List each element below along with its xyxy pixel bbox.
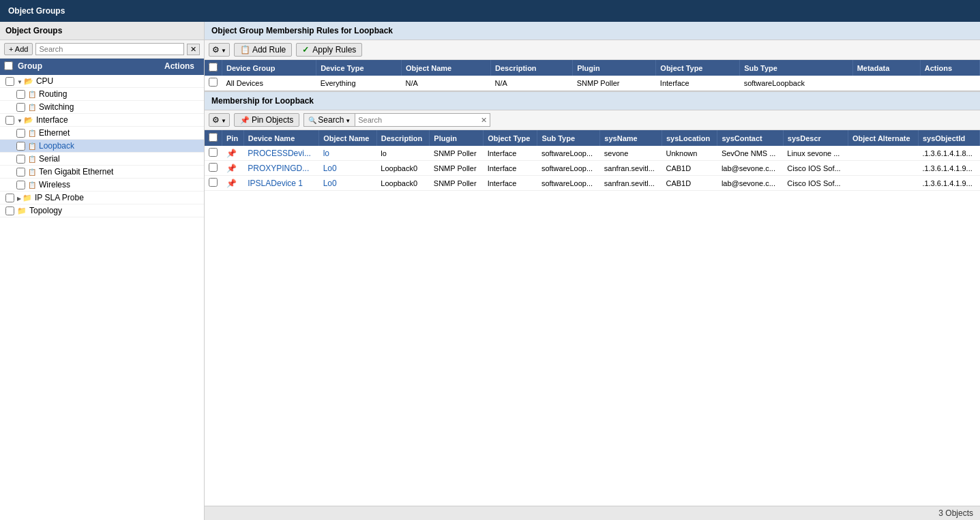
- brow-checkbox[interactable]: [209, 163, 218, 172]
- search-dropdown-arrow: [345, 115, 351, 125]
- folder-icon-topology: [17, 206, 27, 215]
- tree-check-loopback[interactable]: [16, 142, 25, 151]
- brow-sys-location: Unknown: [662, 146, 717, 161]
- top-select-all[interactable]: [209, 63, 218, 72]
- th-device-group: Device Group: [222, 60, 316, 76]
- brow-check[interactable]: [205, 176, 222, 191]
- brow-checkbox[interactable]: [209, 178, 218, 187]
- brow-sys-contact: lab@sevone.c...: [717, 161, 783, 176]
- bottom-table-row[interactable]: 📌 PROXYPINGD... Lo0 Loopback0 SNMP Polle…: [205, 161, 980, 176]
- brow-check[interactable]: [205, 161, 222, 176]
- tree-check-cpu[interactable]: [5, 77, 14, 86]
- brow-object-alternate: [848, 176, 919, 191]
- tree-check-switching[interactable]: [16, 103, 25, 112]
- brow-check[interactable]: [205, 146, 222, 161]
- tree-row-tengig[interactable]: Ten Gigabit Ethernet: [0, 166, 204, 179]
- bottom-select-all[interactable]: [209, 133, 218, 142]
- brow-sys-name: sanfran.sevitl...: [600, 176, 662, 191]
- object-icon-routing: [28, 89, 36, 99]
- add-rule-button[interactable]: 📋 Add Rule: [234, 43, 292, 57]
- brow-device-name[interactable]: PROCESSDevi...: [243, 146, 318, 161]
- brow-checkbox[interactable]: [209, 148, 218, 157]
- tree-select-all[interactable]: [4, 61, 13, 70]
- folder-open-icon-interface: [24, 115, 33, 125]
- search-dropdown-btn[interactable]: Search: [304, 114, 355, 126]
- status-footer: 3 Objects: [205, 506, 980, 520]
- brow-object-alternate: [848, 161, 919, 176]
- table-row[interactable]: All Devices Everything N/A N/A SNMP Poll…: [205, 76, 980, 91]
- tree-check-tengig[interactable]: [16, 168, 25, 177]
- bottom-search-icon: [308, 115, 316, 125]
- brow-device-name[interactable]: IPSLADevice 1: [243, 176, 318, 191]
- th-check: [205, 60, 222, 76]
- apply-rules-button[interactable]: Apply Rules: [296, 43, 362, 57]
- brow-sys-name: sevone: [600, 146, 662, 161]
- tree-check-wireless[interactable]: [16, 181, 25, 189]
- tree-row-topology[interactable]: Topology: [0, 204, 204, 217]
- brow-plugin: SNMP Poller: [430, 161, 484, 176]
- row-checkbox[interactable]: [209, 78, 218, 87]
- bottom-table-row[interactable]: 📌 PROCESSDevi... lo lo SNMP Poller Inter…: [205, 146, 980, 161]
- th-actions: Actions: [920, 60, 979, 76]
- tree-row-interface[interactable]: Interface: [0, 114, 204, 127]
- brow-object-name[interactable]: Lo0: [319, 176, 377, 191]
- top-section: Object Group Membership Rules for Loopba…: [205, 22, 980, 92]
- th-metadata: Metadata: [852, 60, 920, 76]
- object-icon-wireless: [28, 180, 36, 189]
- brow-object-name[interactable]: lo: [319, 146, 377, 161]
- top-settings-button[interactable]: [209, 43, 230, 57]
- tree-check-routing[interactable]: [16, 90, 25, 99]
- pin-objects-button[interactable]: Pin Objects: [234, 113, 299, 127]
- tree-check-ethernet[interactable]: [16, 129, 25, 138]
- object-icon-ethernet: [28, 128, 36, 138]
- cell-device-type: Everything: [316, 76, 402, 91]
- tree-check-topology[interactable]: [5, 207, 14, 215]
- tree-row-routing[interactable]: Routing: [0, 88, 204, 101]
- left-panel: Object Groups + Add ✕ Group Actions CPU …: [0, 22, 205, 520]
- bottom-settings-button[interactable]: [209, 113, 230, 127]
- objects-count: 3 Objects: [938, 508, 973, 518]
- row-check[interactable]: [205, 76, 222, 91]
- brow-device-name[interactable]: PROXYPINGD...: [243, 161, 318, 176]
- bth-pin: Pin: [222, 130, 244, 146]
- bth-sys-name: sysName: [600, 130, 662, 146]
- right-panel: Object Group Membership Rules for Loopba…: [205, 22, 980, 520]
- tree-check-ipsla[interactable]: [5, 194, 14, 202]
- bottom-search-input[interactable]: [355, 114, 478, 125]
- tree-row-cpu[interactable]: CPU: [0, 75, 204, 88]
- bottom-table-row[interactable]: 📌 IPSLADevice 1 Lo0 Loopback0 SNMP Polle…: [205, 176, 980, 191]
- bottom-gear-icon: [212, 115, 220, 125]
- tree-row-serial[interactable]: Serial: [0, 153, 204, 166]
- brow-sub-type: softwareLoop...: [537, 146, 600, 161]
- bottom-search-clear[interactable]: ✕: [478, 114, 490, 126]
- bottom-table: Pin Device Name Object Name Description …: [205, 130, 980, 191]
- brow-sys-location: CAB1D: [662, 176, 717, 191]
- brow-pin[interactable]: 📌: [222, 146, 244, 161]
- tree-search-input[interactable]: [35, 43, 184, 55]
- tree-label-routing: Routing: [39, 89, 67, 99]
- brow-sys-object-id: .1.3.6.1.4.1.9...: [918, 176, 979, 191]
- tree-row-ethernet[interactable]: Ethernet: [0, 127, 204, 140]
- th-device-type: Device Type: [316, 60, 402, 76]
- top-section-header: Object Group Membership Rules for Loopba…: [205, 22, 980, 40]
- top-settings-dropdown-arrow: [221, 45, 226, 55]
- bottom-toolbar: Pin Objects Search ✕: [205, 110, 980, 130]
- tree-check-serial[interactable]: [16, 155, 25, 164]
- tree-search-clear[interactable]: ✕: [187, 44, 200, 55]
- brow-object-name[interactable]: Lo0: [319, 161, 377, 176]
- tree-label-loopback: Loopback: [39, 141, 74, 151]
- tree-row-switching[interactable]: Switching: [0, 101, 204, 114]
- add-button[interactable]: + Add: [4, 43, 33, 55]
- tree-row-wireless[interactable]: Wireless: [0, 179, 204, 192]
- brow-pin[interactable]: 📌: [222, 161, 244, 176]
- main-layout: Object Groups + Add ✕ Group Actions CPU …: [0, 22, 980, 520]
- tree-label-interface: Interface: [36, 115, 68, 125]
- tree-check-interface[interactable]: [5, 116, 14, 125]
- tree-row-ipsla[interactable]: IP SLA Probe: [0, 192, 204, 204]
- brow-pin[interactable]: 📌: [222, 176, 244, 191]
- add-rule-label: Add Rule: [252, 45, 286, 55]
- cell-metadata: [852, 76, 920, 91]
- top-gear-icon: [212, 45, 220, 55]
- tree-row-loopback[interactable]: Loopback: [0, 140, 204, 153]
- folder-icon-ipsla: [23, 193, 32, 202]
